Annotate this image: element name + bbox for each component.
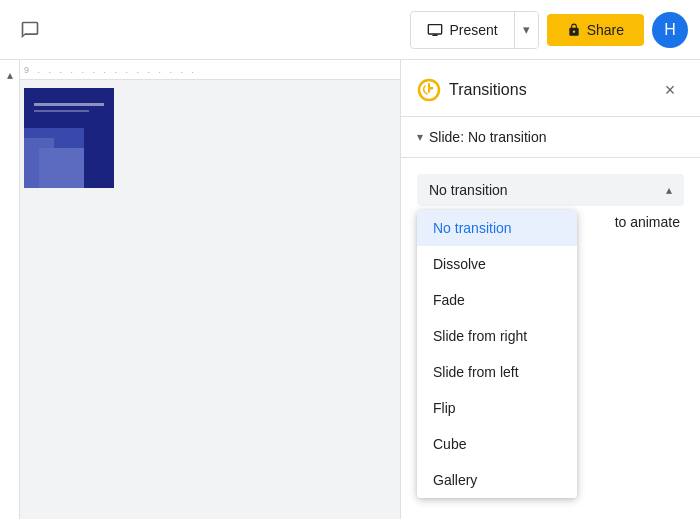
share-label: Share	[587, 22, 624, 38]
close-button[interactable]: ×	[656, 76, 684, 104]
dropdown-selected-label: No transition	[429, 182, 508, 198]
panel-title-row: Transitions	[417, 78, 527, 102]
dropdown-item-fade[interactable]: Fade	[417, 282, 577, 318]
toolbar: Present ▾ Share H	[0, 0, 700, 60]
to-animate-label: to animate	[615, 214, 680, 230]
dropdown-item-dissolve[interactable]: Dissolve	[417, 246, 577, 282]
dropdown-item-label: Gallery	[433, 472, 477, 488]
dropdown-item-flip[interactable]: Flip	[417, 390, 577, 426]
dropdown-item-label: Dissolve	[433, 256, 486, 272]
collapse-panel[interactable]: ▴	[0, 60, 20, 519]
transition-dropdown-trigger[interactable]: No transition ▴	[417, 174, 684, 206]
comment-button[interactable]	[12, 12, 48, 48]
share-button[interactable]: Share	[547, 14, 644, 46]
dropdown-item-slide-from-left[interactable]: Slide from left	[417, 354, 577, 390]
dropdown-item-label: Fade	[433, 292, 465, 308]
slide-line-1	[34, 103, 104, 106]
to-animate-text: to animate	[615, 214, 680, 230]
present-icon	[427, 22, 443, 38]
dropdown-item-label: No transition	[433, 220, 512, 236]
dropdown-item-label: Slide from left	[433, 364, 519, 380]
present-button[interactable]: Present	[411, 14, 513, 46]
slide-thumbnail	[24, 88, 114, 218]
transitions-icon	[417, 78, 441, 102]
arrow-up-icon: ▴	[666, 183, 672, 197]
dropdown-section: No transition ▴ No transition Dissolve F…	[401, 158, 700, 222]
comment-icon	[20, 20, 40, 40]
slide-background	[24, 88, 114, 188]
dropdown-menu: No transition Dissolve Fade Slide from r…	[417, 210, 577, 498]
chevron-down-icon: ▾	[417, 130, 423, 144]
transitions-panel: Transitions × ▾ Slide: No transition No …	[400, 60, 700, 519]
present-group: Present ▾	[410, 11, 538, 49]
main-area: ▴ 9 . . . . . . . . . . . . . . .	[0, 60, 700, 519]
slide-label-text: Slide: No transition	[429, 129, 547, 145]
dropdown-item-cube[interactable]: Cube	[417, 426, 577, 462]
dropdown-item-no-transition[interactable]: No transition	[417, 210, 577, 246]
collapse-icon: ▴	[7, 68, 13, 82]
dropdown-item-slide-from-right[interactable]: Slide from right	[417, 318, 577, 354]
dropdown-item-label: Flip	[433, 400, 456, 416]
slide-line-2	[34, 110, 89, 112]
avatar-initial: H	[664, 21, 676, 39]
avatar[interactable]: H	[652, 12, 688, 48]
ruler: 9 . . . . . . . . . . . . . . .	[20, 60, 400, 80]
lock-icon	[567, 23, 581, 37]
dropdown-item-label: Cube	[433, 436, 466, 452]
present-dropdown-button[interactable]: ▾	[514, 12, 538, 48]
slide-label-row: ▾ Slide: No transition	[401, 117, 700, 158]
dropdown-item-label: Slide from right	[433, 328, 527, 344]
panel-title: Transitions	[449, 81, 527, 99]
ruler-text: 9 . . . . . . . . . . . . . . .	[24, 65, 197, 75]
panel-header: Transitions ×	[401, 60, 700, 117]
svg-rect-0	[429, 24, 442, 33]
slide-area: ▴ 9 . . . . . . . . . . . . . . .	[0, 60, 400, 519]
present-label: Present	[449, 22, 497, 38]
chevron-down-icon: ▾	[523, 22, 530, 37]
slide-shape-3	[24, 138, 54, 188]
close-icon: ×	[665, 80, 676, 101]
dropdown-item-gallery[interactable]: Gallery	[417, 462, 577, 498]
